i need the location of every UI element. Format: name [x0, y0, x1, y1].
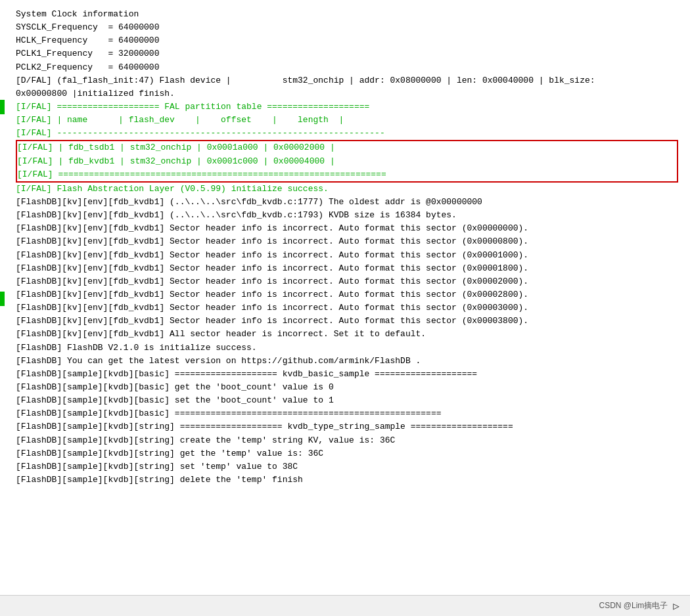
flashdb-line-7: [FlashDB][kv][env][fdb_kvdb1] Sector hea…	[16, 275, 679, 288]
flashdb-line-19: [FlashDB][sample][kvdb][string] create t…	[16, 434, 679, 447]
line-1: System Clock information	[16, 8, 679, 21]
fal-line-4: [I/FAL] | fdb_tsdb1 | stm32_onchip | 0x0…	[17, 141, 677, 154]
line-4: PCLK1_Frequency = 32000000	[16, 47, 679, 60]
flashdb-line-2: [FlashDB][kv][env][fdb_kvdb1] (..\..\..\…	[16, 209, 679, 222]
flashdb-line-11: [FlashDB][kv][env][fdb_kvdb1] All sector…	[16, 328, 679, 341]
flashdb-line-10: [FlashDB][kv][env][fdb_kvdb1] Sector hea…	[16, 315, 679, 328]
red-border-box: [I/FAL] | fdb_tsdb1 | stm32_onchip | 0x0…	[16, 140, 678, 182]
fal-line-6: [I/FAL] ================================…	[17, 168, 677, 181]
left-indicator-bar-2	[0, 292, 5, 306]
left-indicator-bar-1	[0, 100, 5, 114]
flashdb-line-1: [FlashDB][kv][env][fdb_kvdb1] (..\..\..\…	[16, 196, 679, 209]
flashdb-line-4: [FlashDB][kv][env][fdb_kvdb1] Sector hea…	[16, 235, 679, 248]
flashdb-line-21: [FlashDB][sample][kvdb][string] set 'tem…	[16, 460, 679, 473]
fal-line-5: [I/FAL] | fdb_kvdb1 | stm32_onchip | 0x0…	[17, 155, 677, 168]
footer-bar: CSDN @Lim摘电子 ▷	[0, 595, 690, 616]
fal-line-1: [I/FAL] ==================== FAL partiti…	[16, 100, 679, 114]
flashdb-line-12: [FlashDB] FlashDB V2.1.0 is initialize s…	[16, 341, 679, 355]
flashdb-line-15: [FlashDB][sample][kvdb][basic] get the '…	[16, 381, 679, 394]
terminal-window: System Clock information SYSCLK_Frequenc…	[0, 0, 690, 616]
flashdb-line-13: [FlashDB] You can get the latest version…	[16, 355, 679, 368]
line-5: PCLK2_Frequency = 64000000	[16, 61, 679, 74]
flashdb-line-14: [FlashDB][sample][kvdb][basic] =========…	[16, 368, 679, 381]
line-7: 0x00000800 |initialized finish.	[16, 87, 679, 100]
line-2: SYSCLK_Frequency = 64000000	[16, 21, 679, 34]
flashdb-line-9: [FlashDB][kv][env][fdb_kvdb1] Sector hea…	[16, 301, 679, 315]
fal-line-3: [I/FAL] --------------------------------…	[16, 127, 679, 140]
flashdb-line-5: [FlashDB][kv][env][fdb_kvdb1] Sector hea…	[16, 249, 679, 262]
flashdb-line-16: [FlashDB][sample][kvdb][basic] set the '…	[16, 394, 679, 407]
flashdb-line-18: [FlashDB][sample][kvdb][string] ========…	[16, 420, 679, 433]
line-3: HCLK_Frequency = 64000000	[16, 34, 679, 47]
terminal-content: System Clock information SYSCLK_Frequenc…	[8, 5, 682, 510]
line-6: [D/FAL] (fal_flash_init:47) Flash device…	[16, 74, 679, 87]
footer-text: CSDN @Lim摘电子	[599, 600, 668, 611]
fal-line-2: [I/FAL] | name | flash_dev | offset | le…	[16, 114, 679, 127]
flashdb-line-22: [FlashDB][sample][kvdb][string] delete t…	[16, 473, 679, 487]
arrow-icon: ▷	[673, 600, 679, 613]
flashdb-line-20: [FlashDB][sample][kvdb][string] get the …	[16, 447, 679, 460]
fal-line-7: [I/FAL] Flash Abstraction Layer (V0.5.99…	[16, 183, 679, 196]
flashdb-line-3: [FlashDB][kv][env][fdb_kvdb1] Sector hea…	[16, 222, 679, 235]
flashdb-line-8: [FlashDB][kv][env][fdb_kvdb1] Sector hea…	[16, 288, 679, 301]
flashdb-line-17: [FlashDB][sample][kvdb][basic] =========…	[16, 407, 679, 420]
flashdb-line-6: [FlashDB][kv][env][fdb_kvdb1] Sector hea…	[16, 262, 679, 275]
